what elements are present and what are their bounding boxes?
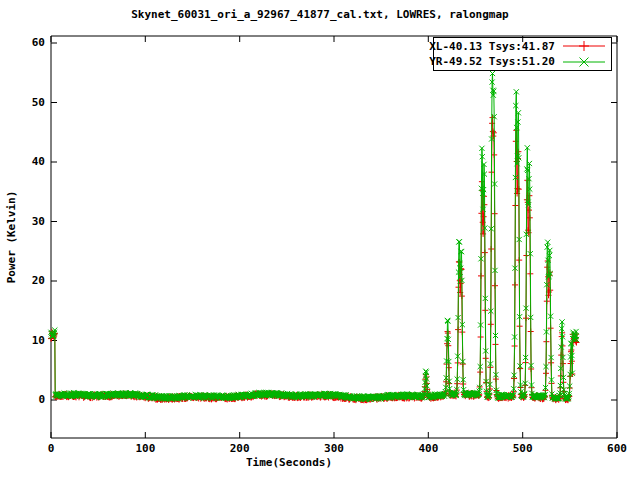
legend-sample-cross-icon <box>561 55 607 69</box>
y-tick-label: 50 <box>9 97 45 109</box>
y-tick-label: 60 <box>9 37 45 49</box>
chart-title: Skynet_60031_ori_a_92967_41877_cal.txt, … <box>0 8 640 21</box>
x-axis-label: Time(Seconds) <box>246 456 332 469</box>
legend-sample-plus-icon <box>561 39 607 53</box>
x-tick-label: 200 <box>220 443 260 455</box>
y-tick-label: 40 <box>9 156 45 168</box>
series-xl-line <box>51 118 577 401</box>
legend-entry-xl: XL-40.13 Tsys:41.87 <box>434 39 611 53</box>
series-yr-markers <box>48 71 579 402</box>
legend-label-yr: YR-49.52 Tsys:51.20 <box>429 55 555 68</box>
series-yr-line <box>51 74 577 400</box>
legend-label-xl: XL-40.13 Tsys:41.87 <box>429 40 555 53</box>
x-tick-label: 600 <box>597 443 637 455</box>
x-tick-label: 300 <box>314 443 354 455</box>
x-tick-label: 400 <box>408 443 448 455</box>
plot-canvas <box>0 0 640 480</box>
legend-entry-yr: YR-49.52 Tsys:51.20 <box>434 55 611 69</box>
x-tick-label: 0 <box>31 443 71 455</box>
y-tick-label: 20 <box>9 275 45 287</box>
x-tick-label: 500 <box>503 443 543 455</box>
legend: XL-40.13 Tsys:41.87 YR-49.52 Tsys:51.20 <box>433 37 612 71</box>
y-axis-label: Power (Kelvin) <box>5 191 18 284</box>
series-xl-markers <box>48 115 580 404</box>
y-tick-label: 10 <box>9 335 45 347</box>
y-tick-label: 0 <box>9 394 45 406</box>
gnuplot-window: Skynet_60031_ori_a_92967_41877_cal.txt, … <box>0 0 640 480</box>
y-tick-label: 30 <box>9 216 45 228</box>
x-tick-label: 100 <box>125 443 165 455</box>
axes-border-and-ticks <box>51 36 617 438</box>
